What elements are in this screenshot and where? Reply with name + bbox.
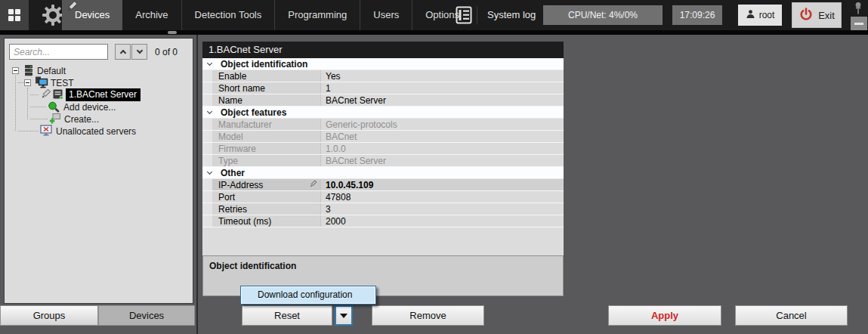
tree-item-label[interactable]: Unallocated servers [56, 126, 136, 137]
property-name: Firmware [212, 143, 321, 154]
property-value: BACnet [321, 131, 564, 142]
tree-item-default[interactable]: Default [5, 65, 193, 77]
section-title: Object features [221, 107, 286, 118]
property-row: Type BACnet Server [202, 155, 564, 167]
property-value[interactable]: 10.0.45.109 [321, 179, 564, 190]
property-row[interactable]: Enable Yes [202, 70, 564, 82]
property-row[interactable]: Port 47808 [202, 191, 564, 203]
property-name: Name [212, 94, 321, 106]
collapse-toggle-icon[interactable] [12, 67, 19, 74]
chevron-up-icon [119, 50, 125, 56]
tab-archive[interactable]: Archive [122, 0, 181, 30]
apply-button[interactable]: Apply [608, 305, 721, 326]
property-row-selected[interactable]: IP-Address 10.0.45.109 [202, 179, 564, 191]
tree-item-create[interactable]: Create... [5, 113, 193, 125]
cpu-net-status[interactable]: CPU/Net: 4%/0% [543, 5, 663, 25]
row-gutter [202, 82, 212, 94]
property-value: BACnet Server [321, 155, 564, 166]
tree-item-label[interactable]: Default [37, 66, 66, 76]
menu-item-download-configuration[interactable]: Download configuration [241, 286, 375, 304]
device-tree-panel: 0 of 0 Default [4, 38, 193, 304]
section-header-object-identification[interactable]: Object identification [202, 58, 564, 70]
chevron-down-icon [207, 60, 212, 65]
property-name: Port [212, 191, 321, 203]
unallocated-monitor-icon [40, 125, 54, 139]
tree-item-label[interactable]: Create... [64, 114, 99, 125]
toolbar-separator [477, 6, 477, 24]
reset-dropdown-button[interactable] [335, 305, 353, 326]
row-gutter [202, 155, 212, 166]
edit-pencil-icon [309, 180, 317, 190]
property-row: Firmware 1.0.0 [202, 143, 564, 155]
chevron-down-icon [207, 108, 212, 113]
chevron-down-icon [136, 48, 142, 54]
tab-groups[interactable]: Groups [0, 305, 98, 326]
property-name: Type [212, 155, 321, 166]
system-log-label[interactable]: System log [487, 0, 536, 30]
property-row: Manufacturer Generic-protocols [202, 119, 564, 131]
search-input[interactable] [9, 44, 108, 60]
tab-users[interactable]: Users [360, 0, 412, 30]
panel-collapse-button[interactable] [851, 17, 867, 31]
row-gutter [202, 119, 212, 130]
property-value[interactable]: BACnet Server [321, 94, 564, 106]
row-gutter [202, 203, 212, 215]
collapse-toggle-icon[interactable] [24, 79, 31, 86]
property-value[interactable]: 47808 [321, 191, 564, 203]
property-row[interactable]: Retries 3 [202, 203, 564, 215]
search-prev-button[interactable] [115, 44, 131, 60]
tree-item-test[interactable]: TEST [5, 77, 193, 89]
clock-display[interactable]: 17:09:26 [672, 5, 722, 25]
property-value[interactable]: 2000 [321, 215, 564, 227]
tree-item-unallocated-servers[interactable]: Unallocated servers [5, 125, 193, 138]
property-name: Manufacturer [212, 119, 321, 130]
property-value[interactable]: 3 [321, 203, 564, 215]
property-value[interactable]: 1 [321, 82, 564, 94]
tree-item-label[interactable]: Add device... [63, 102, 116, 113]
system-log-icon[interactable] [456, 6, 472, 27]
tab-detection-tools[interactable]: Detection Tools [181, 0, 275, 30]
cancel-button[interactable]: Cancel [735, 305, 848, 326]
tree-item-bacnet-server[interactable]: 1.BACnet Server [5, 89, 193, 101]
search-match-count: 0 of 0 [155, 47, 178, 57]
row-gutter [202, 143, 212, 154]
remove-button[interactable]: Remove [372, 305, 484, 326]
property-name: Retries [212, 203, 321, 215]
row-gutter [202, 191, 212, 203]
row-gutter [202, 70, 212, 82]
power-icon [798, 7, 814, 24]
tree-item-add-device[interactable]: Add device... [5, 101, 193, 113]
reset-dropdown-menu: Download configuration [240, 286, 376, 305]
property-value: Generic-protocols [321, 119, 564, 130]
property-name: Timeout (ms) [212, 215, 321, 227]
splitter-handle[interactable] [168, 31, 177, 34]
section-title: Object identification [221, 59, 307, 70]
edit-pencil-icon [65, 0, 79, 17]
row-gutter [202, 215, 212, 227]
apps-menu-button[interactable] [0, 0, 29, 30]
search-next-button[interactable] [131, 44, 147, 60]
property-row[interactable]: Name BACnet Server [202, 94, 564, 107]
panel-divider[interactable] [196, 35, 198, 334]
toolbar-bottom-strip [0, 30, 868, 35]
property-row: Model BACnet [202, 131, 564, 143]
property-row[interactable]: Timeout (ms) 2000 [202, 215, 564, 227]
reset-button[interactable]: Reset [242, 305, 332, 326]
user-icon [746, 9, 755, 21]
current-user-button[interactable]: root [738, 5, 782, 26]
property-value[interactable]: Yes [321, 70, 564, 82]
tab-programming[interactable]: Programming [274, 0, 360, 30]
property-name: IP-Address [212, 179, 321, 190]
tree-item-label[interactable]: TEST [51, 78, 74, 88]
tree-item-label-selected[interactable]: 1.BACnet Server [66, 88, 141, 101]
section-header-object-features[interactable]: Object features [202, 107, 564, 119]
section-header-other[interactable]: Other [202, 167, 564, 179]
property-row[interactable]: Short name 1 [202, 82, 564, 94]
property-grid: Object identification Enable Yes Short n… [202, 58, 564, 255]
exit-button[interactable]: Exit [792, 2, 842, 28]
user-name: root [759, 10, 775, 20]
tab-devices-bottom[interactable]: Devices [98, 305, 195, 326]
dropdown-arrow-icon [340, 314, 348, 318]
application-window: Devices Archive Detection Tools Programm… [0, 0, 868, 334]
row-gutter [202, 94, 212, 106]
